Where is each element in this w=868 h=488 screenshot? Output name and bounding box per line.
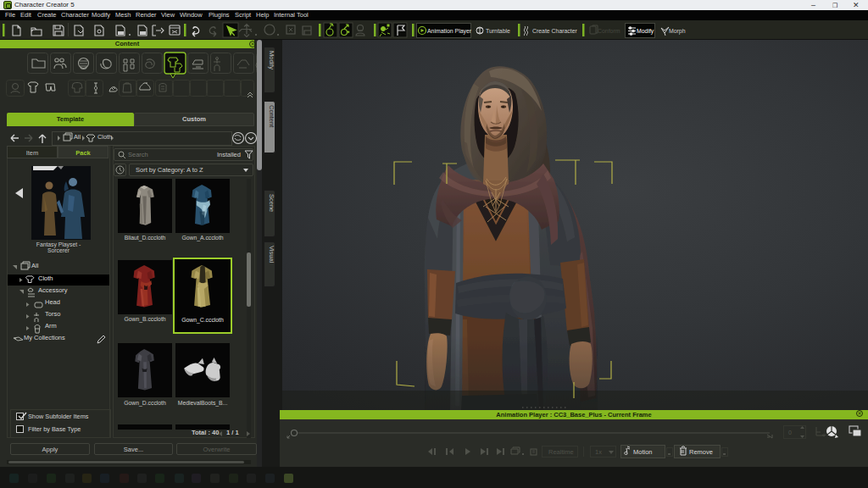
svg-text:Animation Player: Animation Player [427, 28, 472, 35]
svg-text:Realtime: Realtime [548, 448, 574, 456]
svg-text:Create Character: Create Character [532, 28, 578, 34]
svg-text:0: 0 [788, 430, 792, 435]
svg-text:Conform: Conform [598, 28, 620, 34]
svg-text:Morph: Morph [669, 28, 686, 35]
svg-text:Modify: Modify [637, 28, 654, 35]
svg-text:Turntable: Turntable [486, 28, 510, 34]
svg-text:Motion: Motion [633, 448, 653, 456]
svg-text:1x: 1x [595, 448, 602, 456]
svg-text:Remove: Remove [689, 448, 713, 456]
